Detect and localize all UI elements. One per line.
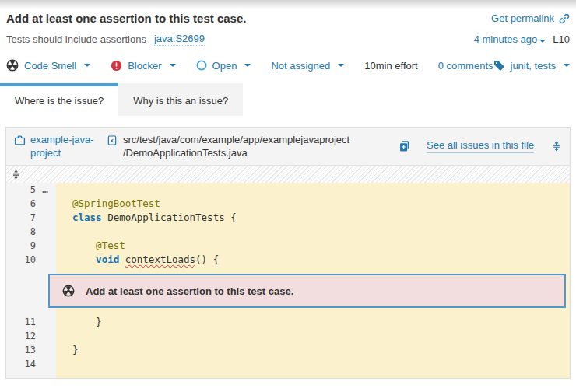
- line-number[interactable]: 7: [6, 211, 36, 225]
- briefcase-icon: [14, 135, 26, 146]
- severity-dropdown[interactable]: Blocker: [111, 60, 175, 72]
- tab-why-is-this-an-issue[interactable]: Why is this an issue?: [118, 83, 243, 116]
- fold-ellipsis: [36, 315, 54, 329]
- file-path-line1: src/test/java/com/example/app/examplejav…: [123, 133, 349, 146]
- effort-label: 10min effort: [364, 60, 417, 72]
- line-gutter: 14: [6, 357, 56, 371]
- expand-lines-icon: [11, 169, 21, 180]
- code-row: 6@SpringBootTest: [6, 197, 570, 211]
- code-line: [56, 357, 570, 371]
- line-gutter: 8: [6, 225, 56, 239]
- fold-ellipsis: [36, 197, 54, 211]
- pin-file-button[interactable]: [399, 140, 410, 152]
- code-line: @SpringBootTest: [56, 197, 570, 211]
- code-smell-icon: [62, 285, 75, 297]
- line-number[interactable]: 10: [6, 253, 36, 267]
- chevron-down-icon: [244, 64, 251, 67]
- expand-lines-above[interactable]: [6, 166, 570, 183]
- test-file-icon: [107, 135, 118, 146]
- source-viewer: example-java-project src/test/java/com/e…: [5, 127, 571, 379]
- fit-file-button[interactable]: [551, 140, 562, 152]
- chevron-down-icon: [170, 64, 176, 67]
- line-number[interactable]: 13: [6, 343, 36, 357]
- link-icon: [559, 13, 570, 24]
- code-token: DemoApplicationTests {: [102, 212, 237, 223]
- file-header: example-java-project src/test/java/com/e…: [6, 128, 570, 166]
- fold-ellipsis: [36, 343, 54, 357]
- get-permalink-link[interactable]: Get permalink: [491, 12, 570, 24]
- code-row: 7class DemoApplicationTests {: [6, 211, 570, 225]
- code-row: 8: [6, 225, 570, 239]
- code-row: 10 void contextLoads() {: [6, 253, 570, 267]
- status-dropdown[interactable]: Open: [196, 60, 251, 72]
- line-number[interactable]: 6: [6, 197, 36, 211]
- issue-row-cell: Add at least one assertion to this test …: [56, 267, 570, 315]
- issue-message-box[interactable]: Add at least one assertion to this test …: [48, 274, 566, 308]
- line-gutter: 11: [6, 315, 56, 329]
- issue-type-label: Code Smell: [24, 60, 76, 72]
- line-reference: L10: [553, 33, 570, 45]
- code-row: 9 @Test: [6, 239, 570, 253]
- code-token: }: [72, 344, 79, 355]
- chevron-down-icon: [539, 40, 546, 43]
- line-gutter: 6: [6, 197, 56, 211]
- expand-vertical-icon: [551, 140, 562, 152]
- code-token: [119, 254, 125, 265]
- code-line: @Test: [56, 239, 570, 253]
- issue-row: Add at least one assertion to this test …: [6, 267, 570, 315]
- line-gutter: 9: [6, 239, 56, 253]
- line-gutter: 13: [6, 343, 56, 357]
- fold-ellipsis: [36, 329, 54, 343]
- line-gutter: 10: [6, 253, 56, 267]
- code-token: () {: [195, 254, 219, 265]
- code-line: void contextLoads() {: [56, 253, 570, 267]
- changelog-dropdown[interactable]: 4 minutes ago: [474, 33, 546, 45]
- status-label: Open: [212, 60, 237, 72]
- line-number[interactable]: 11: [6, 315, 36, 329]
- line-number[interactable]: 12: [6, 329, 36, 343]
- page-title: Add at least one assertion to this test …: [6, 12, 246, 25]
- issue-type-dropdown[interactable]: Code Smell: [6, 59, 90, 72]
- code-lines-after: 11 }1213}14: [6, 315, 570, 371]
- code-token: }: [72, 316, 102, 327]
- line-number[interactable]: 14: [6, 357, 36, 371]
- project-breadcrumb: example-java-project: [14, 133, 100, 159]
- comments-link[interactable]: 0 comments: [438, 60, 493, 72]
- code-smell-icon: [6, 59, 19, 72]
- line-number[interactable]: 9: [6, 239, 36, 253]
- navbar-shadow: [0, 0, 576, 9]
- issue-message-text: Add at least one assertion to this test …: [86, 285, 293, 297]
- code-token: class: [72, 212, 102, 223]
- project-link[interactable]: example-java-project: [30, 133, 99, 159]
- code-row: 11 }: [6, 315, 570, 329]
- rule-key-link[interactable]: java:S2699: [154, 33, 205, 46]
- fold-ellipsis: …: [36, 183, 54, 197]
- code-line: [56, 183, 570, 197]
- assignee-label: Not assigned: [271, 60, 330, 72]
- updated-label: 4 minutes ago: [474, 33, 538, 45]
- tags-dropdown[interactable]: junit, tests: [493, 60, 571, 72]
- code-token: void: [96, 254, 119, 265]
- line-gutter: 5…: [6, 183, 56, 197]
- assignee-dropdown[interactable]: Not assigned: [271, 60, 344, 72]
- tags-label: junit, tests: [511, 60, 557, 72]
- chevron-down-icon: [338, 64, 344, 67]
- tab-where-is-the-issue[interactable]: Where is the issue?: [0, 83, 118, 116]
- line-number[interactable]: 8: [6, 225, 36, 239]
- permalink-label: Get permalink: [491, 12, 554, 24]
- file-path-text: src/test/java/com/example/app/examplejav…: [123, 133, 349, 159]
- code-lines-before: 5…6@SpringBootTest7class DemoApplication…: [6, 183, 570, 267]
- see-all-issues-link[interactable]: See all issues in this file: [427, 139, 534, 153]
- tag-icon: [493, 60, 505, 72]
- code-row: 5…: [6, 183, 570, 197]
- line-gutter: 7: [6, 211, 56, 225]
- issue-header: Add at least one assertion to this test …: [0, 12, 576, 46]
- fold-ellipsis: [36, 357, 54, 371]
- file-path-line2: /DemoApplicationTests.java: [123, 146, 349, 159]
- code-row: 12: [6, 329, 570, 343]
- line-number[interactable]: 5: [6, 183, 36, 197]
- issue-toolbar: Code Smell Blocker Open Not assigned 10m…: [0, 59, 576, 72]
- fold-ellipsis: [36, 211, 54, 225]
- copy-plus-icon: [399, 140, 410, 152]
- open-circle-icon: [196, 60, 207, 71]
